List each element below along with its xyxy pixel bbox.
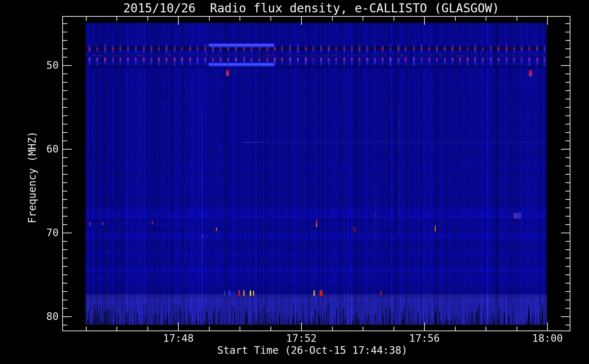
y-tick-minor-right bbox=[565, 90, 570, 91]
y-tick-minor-right bbox=[565, 283, 570, 284]
y-tick-minor-right bbox=[565, 115, 570, 116]
x-tick-minor bbox=[394, 327, 394, 331]
x-tick-minor bbox=[332, 327, 333, 331]
x-tick-major-top bbox=[424, 17, 425, 25]
y-tick-minor bbox=[63, 308, 67, 309]
y-tick-minor bbox=[63, 216, 67, 217]
y-tick-minor-right bbox=[565, 199, 570, 200]
y-tick-minor-right bbox=[565, 124, 570, 124]
y-tick-major-right bbox=[561, 149, 570, 150]
y-tick-label: 80 bbox=[19, 310, 59, 323]
y-tick-minor-right bbox=[565, 157, 570, 158]
x-tick-minor-top bbox=[209, 17, 210, 21]
y-tick-minor-right bbox=[565, 308, 570, 309]
y-tick-minor bbox=[63, 274, 67, 275]
y-tick-major-right bbox=[561, 233, 570, 233]
x-tick-major-top bbox=[301, 17, 302, 25]
y-tick-minor-right bbox=[565, 274, 570, 275]
x-tick-minor bbox=[455, 327, 456, 331]
y-tick-minor-right bbox=[565, 99, 570, 99]
y-tick-minor bbox=[63, 241, 67, 242]
axis-ticks-layer: 17:4817:5217:5618:0050607080 bbox=[0, 0, 589, 364]
y-tick-minor bbox=[63, 90, 67, 91]
y-tick-minor bbox=[63, 224, 67, 225]
x-tick-minor-top bbox=[517, 17, 517, 21]
x-tick-minor bbox=[209, 327, 210, 331]
y-tick-major bbox=[63, 149, 72, 150]
x-tick-minor bbox=[116, 327, 117, 331]
x-tick-major bbox=[424, 323, 425, 331]
y-tick-minor-right bbox=[565, 82, 570, 83]
y-tick-minor bbox=[63, 32, 67, 32]
y-tick-minor-right bbox=[565, 23, 570, 24]
y-tick-minor-right bbox=[565, 57, 570, 58]
x-tick-minor bbox=[486, 327, 486, 331]
x-tick-minor-top bbox=[394, 17, 394, 21]
y-tick-minor bbox=[63, 325, 67, 325]
y-tick-minor-right bbox=[565, 291, 570, 292]
y-tick-minor bbox=[63, 124, 67, 124]
y-tick-major bbox=[63, 233, 72, 233]
y-tick-minor bbox=[63, 249, 67, 250]
x-tick-minor-top bbox=[486, 17, 486, 21]
x-tick-minor-top bbox=[270, 17, 271, 21]
y-tick-minor bbox=[63, 107, 67, 108]
y-tick-minor bbox=[63, 99, 67, 99]
y-tick-minor bbox=[63, 157, 67, 158]
x-tick-label: 18:00 bbox=[532, 332, 563, 344]
x-tick-minor bbox=[86, 327, 87, 331]
y-tick-minor bbox=[63, 115, 67, 116]
y-tick-minor bbox=[63, 174, 67, 175]
x-tick-minor-top bbox=[332, 17, 333, 21]
x-tick-major bbox=[178, 323, 179, 331]
y-tick-minor bbox=[63, 40, 67, 41]
x-tick-minor bbox=[363, 327, 363, 331]
y-tick-minor bbox=[63, 300, 67, 300]
y-tick-minor bbox=[63, 207, 67, 208]
y-tick-label: 70 bbox=[19, 227, 59, 239]
y-tick-minor-right bbox=[565, 182, 570, 183]
y-tick-minor bbox=[63, 74, 67, 74]
y-tick-major-right bbox=[561, 65, 570, 66]
y-tick-minor bbox=[63, 182, 67, 183]
x-tick-minor-top bbox=[455, 17, 456, 21]
x-tick-major-top bbox=[547, 17, 548, 25]
y-tick-minor bbox=[63, 57, 67, 58]
y-tick-minor bbox=[63, 266, 67, 267]
x-tick-minor bbox=[240, 327, 240, 331]
x-tick-label: 17:48 bbox=[163, 332, 194, 344]
y-tick-minor bbox=[63, 48, 67, 49]
y-tick-minor bbox=[63, 191, 67, 191]
x-tick-minor-top bbox=[86, 17, 87, 21]
y-tick-minor-right bbox=[565, 74, 570, 74]
y-tick-minor-right bbox=[565, 325, 570, 325]
y-tick-minor bbox=[63, 82, 67, 83]
y-tick-major-right bbox=[561, 316, 570, 317]
x-tick-label: 17:52 bbox=[286, 332, 317, 344]
y-tick-minor bbox=[63, 141, 67, 141]
x-tick-minor bbox=[147, 327, 148, 331]
y-tick-minor-right bbox=[565, 32, 570, 32]
y-tick-minor bbox=[63, 166, 67, 166]
y-tick-label: 50 bbox=[19, 59, 59, 71]
y-tick-minor-right bbox=[565, 107, 570, 108]
y-tick-minor bbox=[63, 258, 67, 258]
y-tick-major bbox=[63, 316, 72, 317]
x-tick-minor bbox=[517, 327, 517, 331]
x-tick-major-top bbox=[178, 17, 179, 25]
x-tick-minor bbox=[270, 327, 271, 331]
y-tick-minor bbox=[63, 23, 67, 24]
x-tick-minor-top bbox=[363, 17, 363, 21]
y-tick-minor-right bbox=[565, 224, 570, 225]
y-tick-minor-right bbox=[565, 216, 570, 217]
y-tick-minor-right bbox=[565, 141, 570, 141]
y-tick-major bbox=[63, 65, 72, 66]
x-tick-minor-top bbox=[240, 17, 240, 21]
y-tick-minor-right bbox=[565, 300, 570, 300]
x-tick-major bbox=[301, 323, 302, 331]
y-tick-label: 60 bbox=[19, 143, 59, 155]
y-tick-minor bbox=[63, 199, 67, 200]
y-tick-minor bbox=[63, 291, 67, 292]
y-tick-minor-right bbox=[565, 266, 570, 267]
x-tick-minor-top bbox=[147, 17, 148, 21]
